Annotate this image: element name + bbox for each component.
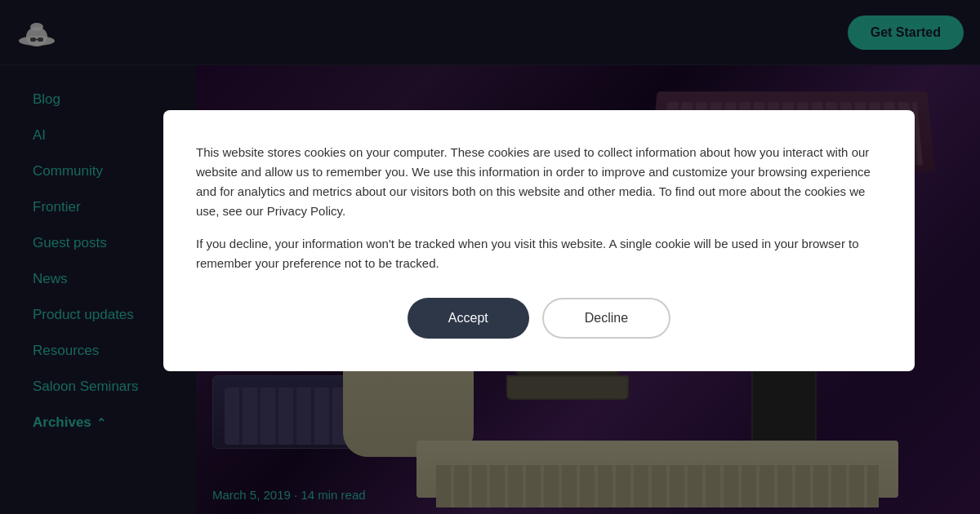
- decline-button[interactable]: Decline: [542, 298, 670, 339]
- cookie-modal: This website stores cookies on your comp…: [163, 110, 915, 371]
- cookie-text-1: This website stores cookies on your comp…: [196, 143, 882, 221]
- accept-button[interactable]: Accept: [408, 298, 529, 339]
- cookie-text-2: If you decline, your information won't b…: [196, 234, 882, 273]
- cookie-overlay: This website stores cookies on your comp…: [0, 0, 980, 514]
- cookie-buttons: Accept Decline: [196, 298, 882, 339]
